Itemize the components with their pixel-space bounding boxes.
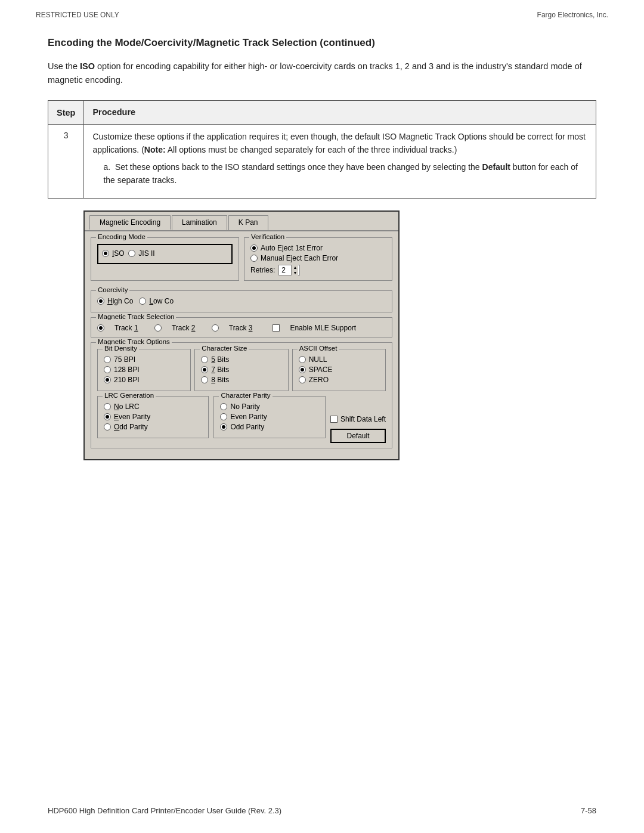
radio-iso[interactable]: ISO JIS II [102,249,225,258]
radio-no-lrc-btn[interactable] [104,403,111,410]
spinbox-up[interactable]: ▲ [292,265,298,270]
radio-210bpi-btn[interactable] [104,376,111,383]
verification-title: Verification [249,233,286,240]
radio-5bits-label: 5 Bits [211,355,229,364]
radio-iso-btn[interactable] [102,250,109,257]
header-left: RESTRICTED USE ONLY [36,11,119,19]
section-title: Encoding the Mode/Coercivity/Magnetic Tr… [48,37,596,49]
radio-128bpi[interactable]: 128 BPI [104,366,184,374]
radio-5bits[interactable]: 5 Bits [201,355,281,364]
radio-7bits[interactable]: 7 Bits [201,366,281,374]
radio-5bits-btn[interactable] [201,356,208,363]
radio-210bpi-label: 210 BPI [114,376,140,384]
radio-no-lrc-label: No LRC [114,402,140,411]
ascii-offset-content: NULL SPACE ZERO [299,355,379,384]
encoding-mode-box: ISO JIS II [97,244,233,264]
radio-auto-eject-btn[interactable] [250,244,258,252]
bit-density-content: 75 BPI 128 BPI 210 BPI [104,355,184,384]
radio-no-parity-cp-btn[interactable] [220,403,227,410]
radio-manual-eject[interactable]: Manual Eject Each Error [250,254,386,262]
character-parity-title: Character Parity [219,392,272,399]
top-three-cols: Bit Density 75 BPI 128 BPI [97,349,386,396]
track-selection-content: Track 1 Track 2 Track 3 Enable MLE Suppo… [97,324,386,332]
retries-spinbox[interactable]: 2 ▲ ▼ [278,265,300,275]
footer-right: 7-58 [581,806,596,815]
tab-kpan[interactable]: K Pan [228,215,268,230]
radio-75bpi-btn[interactable] [104,356,111,363]
radio-space[interactable]: SPACE [299,366,379,374]
radio-210bpi[interactable]: 210 BPI [104,376,184,384]
procedure-content: Customize these options if the applicati… [84,124,596,198]
radio-null[interactable]: NULL [299,355,379,364]
radio-manual-eject-btn[interactable] [250,255,258,262]
radio-iso-label: ISO [112,249,125,258]
tab-magnetic-encoding[interactable]: Magnetic Encoding [89,215,171,230]
radio-128bpi-btn[interactable] [104,366,111,373]
radio-8bits[interactable]: 8 Bits [201,376,281,384]
proc-main-text: Customize these options if the applicati… [92,131,587,156]
radio-75bpi-label: 75 BPI [114,355,135,364]
radio-lowco-btn[interactable] [139,298,146,305]
radio-null-btn[interactable] [299,356,306,363]
radio-track3-btn[interactable] [212,324,219,332]
shift-data-row[interactable]: Shift Data Left [330,415,386,423]
page-content: Encoding the Mode/Coercivity/Magnetic Tr… [0,19,644,496]
radio-zero-label: ZERO [309,376,329,384]
ascii-offset-group: ASCII Offset NULL SPACE [292,349,386,391]
lrc-generation-group: LRC Generation No LRC Even Parity [97,396,209,438]
radio-even-parity-cp-label: Even Parity [230,413,267,421]
radio-auto-eject-label: Auto Eject 1st Error [261,244,323,252]
retries-label: Retries: [250,266,275,274]
procedure-table: Step Procedure 3 Customize these options… [48,100,596,198]
retries-value: 2 [280,266,291,274]
enable-mle-checkbox[interactable] [273,324,280,332]
track-selection-group: Magnetic Track Selection Track 1 Track 2… [91,317,392,337]
radio-auto-eject[interactable]: Auto Eject 1st Error [250,244,386,252]
radio-7bits-btn[interactable] [201,366,208,373]
radio-jisii-btn[interactable] [128,250,135,257]
radio-even-parity-cp[interactable]: Even Parity [220,413,318,421]
radio-zero-btn[interactable] [299,376,306,383]
ascii-offset-title: ASCII Offset [298,345,339,352]
enable-mle-label: Enable MLE Support [290,324,356,332]
radio-odd-parity-lrc-btn[interactable] [104,423,111,431]
bottom-row: LRC Generation No LRC Even Parity [97,396,386,443]
dialog-window: Magnetic Encoding Lamination K Pan Encod… [83,210,400,460]
col-procedure: Procedure [84,101,596,124]
radio-space-btn[interactable] [299,366,306,373]
radio-no-lrc[interactable]: No LRC [104,402,202,411]
character-size-content: 5 Bits 7 Bits 8 Bits [201,355,281,384]
tab-lamination[interactable]: Lamination [172,215,227,230]
radio-even-parity-cp-btn[interactable] [220,413,227,420]
character-size-title: Character Size [200,345,249,352]
page-footer: HDP600 High Definition Card Printer/Enco… [48,806,596,815]
radio-highco-btn[interactable] [97,298,104,305]
radio-no-parity-cp[interactable]: No Parity [220,402,318,411]
verification-group: Verification Auto Eject 1st Error Manual… [244,237,392,281]
coercivity-group: Coercivity High Co Low Co [91,290,392,312]
radio-track1-btn[interactable] [97,324,104,332]
radio-7bits-label: 7 Bits [211,366,229,374]
radio-even-parity-lrc[interactable]: Even Parity [104,413,202,421]
radio-75bpi[interactable]: 75 BPI [104,355,184,364]
bit-density-group: Bit Density 75 BPI 128 BPI [97,349,191,391]
footer-left: HDP600 High Definition Card Printer/Enco… [48,806,281,815]
radio-odd-parity-cp-btn[interactable] [220,423,227,431]
radio-odd-parity-lrc-label: Odd Parity [114,423,148,431]
encoding-mode-group: Encoding Mode ISO JIS II [91,237,239,281]
page-header: RESTRICTED USE ONLY Fargo Electronics, I… [0,0,644,19]
encoding-mode-content: ISO JIS II [97,244,233,264]
radio-8bits-label: 8 Bits [211,376,229,384]
radio-8bits-btn[interactable] [201,376,208,383]
radio-odd-parity-lrc[interactable]: Odd Parity [104,423,202,431]
spinbox-down[interactable]: ▼ [292,270,298,275]
radio-track2-btn[interactable] [154,324,162,332]
radio-zero[interactable]: ZERO [299,376,379,384]
radio-odd-parity-cp[interactable]: Odd Parity [220,423,318,431]
shift-data-checkbox[interactable] [330,416,338,423]
radio-even-parity-lrc-btn[interactable] [104,413,111,420]
radio-highco-label: High Co [107,297,133,305]
default-button[interactable]: Default [330,429,386,443]
step-number: 3 [48,124,84,198]
coercivity-options: High Co Low Co [97,297,386,305]
